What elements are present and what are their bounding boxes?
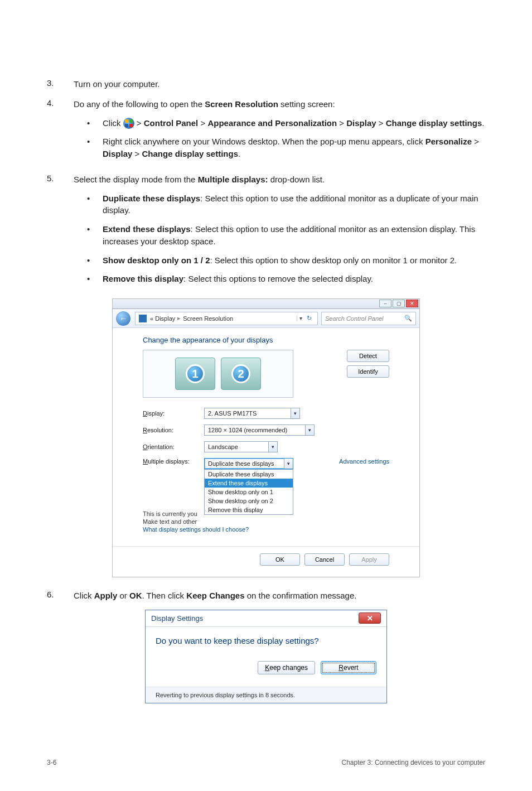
step3-num: 3. — [47, 78, 74, 90]
text-bold: OK — [129, 591, 142, 600]
mult-option-duplicate[interactable]: Duplicate these displays — [205, 470, 293, 479]
text: > — [132, 149, 142, 158]
close-button[interactable]: ✕ — [406, 300, 418, 307]
help-link[interactable]: What display settings should I choose? — [143, 526, 249, 533]
step5-bullet2: Extend these displays: Select this optio… — [103, 223, 485, 248]
resolution-select[interactable]: 1280 × 1024 (recommended)▾ — [204, 425, 315, 436]
text-bold: Change display settings — [142, 149, 238, 158]
text-bold: Display — [103, 149, 132, 158]
text-bold: Keep Changes — [186, 591, 244, 600]
search-icon: 🔍 — [404, 315, 412, 322]
revert-button[interactable]: Revert — [321, 661, 376, 674]
text-bold: Display — [346, 118, 376, 128]
step5-bullet1: Duplicate these displays: Select this op… — [103, 192, 485, 217]
bullet-mark: • — [87, 273, 103, 285]
step6-text: Click Apply or OK. Then click Keep Chang… — [74, 590, 485, 602]
bullet-mark: • — [87, 117, 103, 129]
keep-changes-button[interactable]: Keep changes — [258, 661, 315, 674]
orientation-value: Landscape — [208, 443, 238, 450]
apply-button[interactable]: Apply — [349, 553, 389, 566]
text: eep changes — [269, 664, 308, 672]
monitor-preview[interactable]: 1 2 — [143, 350, 293, 398]
breadcrumb[interactable]: « Display ▸ Screen Resolution ▾ ↻ — [135, 312, 318, 325]
window-titlebar: – ▢ ✕ — [113, 299, 419, 309]
back-button[interactable]: ← — [116, 311, 130, 326]
text: > — [472, 137, 479, 146]
monitor-1[interactable]: 1 — [175, 358, 215, 390]
text-bold: Personalize — [425, 137, 472, 146]
refresh-icon[interactable]: ↻ — [304, 315, 314, 322]
overlay-text-2: Make text and other — [143, 518, 197, 525]
step5-bullet3: Show desktop only on 1 / 2: Select this … — [103, 254, 485, 267]
page-number: 3-6 — [47, 759, 56, 766]
step4-lead: Do any of the following to open the Scre… — [74, 98, 485, 110]
step4-bullet1: Click > Control Panel > Appearance and P… — [103, 117, 485, 129]
multiple-displays-value: Duplicate these displays — [208, 460, 274, 467]
text-bold: Multiple displays: — [198, 175, 268, 184]
search-input[interactable]: Search Control Panel 🔍 — [321, 312, 416, 325]
dialog-footer-text: Reverting to previous display settings i… — [146, 687, 386, 703]
multiple-displays-menu[interactable]: Duplicate these displays Extend these di… — [204, 469, 293, 515]
multiple-displays-label: Multiple displays: — [143, 458, 204, 465]
text: > — [376, 118, 386, 128]
mult-option-only2[interactable]: Show desktop only on 2 — [205, 496, 293, 505]
text: > — [198, 118, 207, 128]
mult-option-extend[interactable]: Extend these displays — [205, 479, 293, 488]
mult-option-remove[interactable]: Remove this display — [205, 505, 293, 514]
advanced-settings-link[interactable]: Advanced settings — [339, 458, 389, 465]
text: . — [238, 149, 240, 158]
bullet-mark: • — [87, 192, 103, 217]
ok-button[interactable]: OK — [260, 553, 300, 566]
detect-button[interactable]: Detect — [347, 350, 389, 362]
identify-button[interactable]: Identify — [347, 365, 389, 378]
cancel-button[interactable]: Cancel — [304, 553, 345, 566]
resolution-label: Resolution: — [143, 427, 204, 433]
step5-lead: Select the display mode from the Multipl… — [74, 173, 485, 186]
text-bold: Appearance and Personalization — [207, 118, 337, 128]
text-bold: Change display settings — [386, 118, 482, 128]
text: : Select this options to remove the sele… — [183, 274, 373, 283]
start-icon — [123, 118, 134, 129]
bullet-mark: • — [87, 223, 103, 248]
display-select[interactable]: 2. ASUS PM17TS▾ — [204, 408, 300, 419]
monitor-2[interactable]: 2 — [221, 358, 261, 390]
step5-num: 5. — [47, 173, 74, 291]
text-bold: Screen Resolution — [205, 99, 278, 109]
screen-resolution-window: – ▢ ✕ ← « Display ▸ Screen Resolution ▾ … — [112, 298, 420, 577]
chevron-down-icon: ▾ — [291, 408, 299, 418]
text-bold: Apply — [94, 591, 118, 600]
section-title: Change the appearance of your displays — [143, 336, 389, 344]
overlay-text-1: This is currently you — [143, 510, 197, 517]
monitor-number-2: 2 — [231, 364, 250, 383]
mult-option-only1[interactable]: Show desktop only on 1 — [205, 488, 293, 496]
multiple-displays-select[interactable]: Duplicate these displays▾ — [204, 458, 293, 469]
text-bold: Extend these displays — [103, 224, 191, 234]
text: > — [337, 118, 346, 128]
chevron-right-icon: ▸ — [177, 315, 181, 322]
text: . — [482, 118, 484, 128]
text: Click — [103, 118, 123, 128]
text-bold: Control Panel — [144, 118, 199, 128]
text: setting screen: — [278, 99, 335, 109]
text: R — [338, 664, 344, 672]
display-label: Display: — [143, 410, 204, 417]
control-panel-icon — [139, 315, 147, 322]
step5-bullet4: Remove this display: Select this options… — [103, 273, 485, 285]
minimize-button[interactable]: – — [379, 300, 391, 307]
step6-num: 6. — [47, 590, 74, 602]
text: evert — [344, 664, 359, 672]
display-settings-dialog: Display Settings ✕ Do you want to keep t… — [145, 610, 387, 703]
breadcrumb-dropdown[interactable]: ▾ — [297, 315, 304, 321]
resolution-value: 1280 × 1024 (recommended) — [208, 427, 287, 433]
close-button[interactable]: ✕ — [359, 612, 381, 624]
orientation-select[interactable]: Landscape▾ — [204, 441, 278, 452]
maximize-button[interactable]: ▢ — [393, 300, 405, 307]
breadcrumb-screen-resolution[interactable]: Screen Resolution — [183, 315, 233, 322]
text-bold: Remove this display — [103, 274, 183, 283]
chevron-down-icon: ▾ — [284, 459, 293, 469]
text: Do any of the following to open the — [74, 99, 205, 109]
breadcrumb-display[interactable]: Display — [155, 315, 175, 322]
step3-text: Turn on your computer. — [74, 78, 485, 90]
text: . Then click — [142, 591, 187, 600]
step4-bullet2: Right click anywhere on your Windows des… — [103, 136, 485, 160]
